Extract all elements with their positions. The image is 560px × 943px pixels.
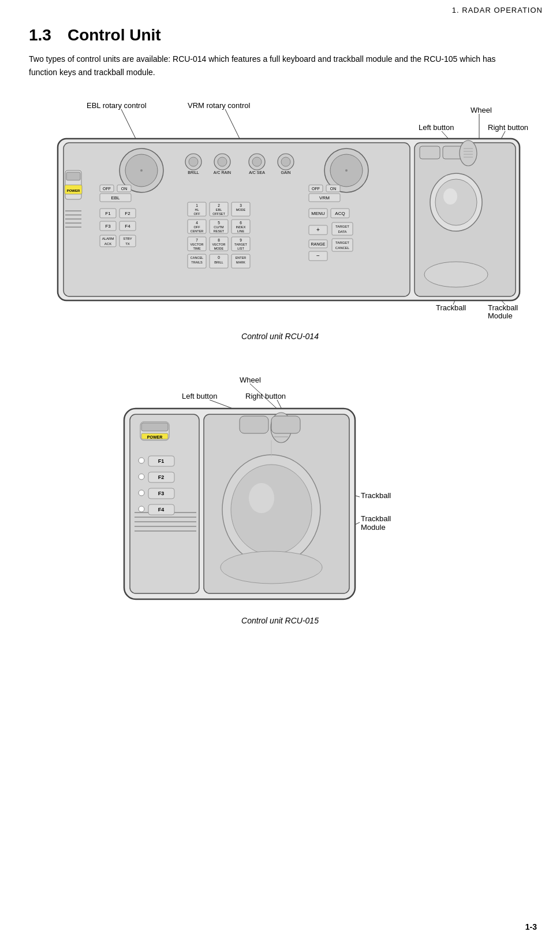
svg-text:GAIN: GAIN: [281, 170, 290, 175]
svg-text:F1: F1: [105, 211, 111, 216]
svg-text:LINE: LINE: [237, 229, 245, 233]
svg-rect-183: [240, 416, 268, 433]
svg-text:STBY: STBY: [123, 237, 132, 240]
svg-text:MODE: MODE: [236, 208, 246, 211]
svg-text:CENTER: CENTER: [191, 229, 204, 233]
svg-text:+: +: [316, 227, 320, 233]
svg-point-141: [424, 262, 488, 287]
svg-text:ON: ON: [330, 187, 337, 191]
svg-text:TARGET: TARGET: [234, 243, 248, 246]
svg-rect-19: [66, 172, 80, 180]
svg-text:Trackball: Trackball: [436, 303, 466, 312]
svg-rect-134: [420, 146, 440, 159]
svg-text:A/C RAIN: A/C RAIN: [214, 170, 231, 175]
svg-text:OFF: OFF: [194, 212, 201, 216]
svg-text:MENU: MENU: [311, 211, 325, 216]
svg-text:0: 0: [218, 255, 220, 259]
svg-text:F2: F2: [158, 474, 165, 480]
svg-text:F4: F4: [158, 507, 165, 513]
svg-text:F4: F4: [125, 224, 130, 229]
svg-text:TX: TX: [125, 242, 130, 246]
svg-text:BRILL: BRILL: [188, 170, 199, 175]
svg-text:Right button: Right button: [488, 123, 528, 132]
svg-text:2: 2: [218, 203, 220, 207]
svg-text:TARGET: TARGET: [335, 225, 349, 228]
svg-text:DATA: DATA: [338, 230, 346, 233]
svg-text:Trackball: Trackball: [361, 491, 391, 500]
svg-text:OFF: OFF: [194, 225, 201, 229]
svg-text:OFF: OFF: [312, 187, 320, 191]
svg-text:7: 7: [196, 238, 198, 242]
svg-text:INDEX: INDEX: [236, 225, 246, 229]
svg-text:Trackball: Trackball: [488, 303, 518, 312]
svg-text:F3: F3: [158, 491, 165, 496]
svg-text:Right button: Right button: [245, 392, 286, 400]
svg-text:8: 8: [218, 238, 220, 242]
svg-text:ENTER: ENTER: [236, 256, 247, 259]
svg-text:CANCEL: CANCEL: [335, 246, 350, 250]
svg-point-40: [281, 157, 290, 166]
svg-text:1: 1: [196, 203, 198, 207]
svg-point-37: [252, 157, 262, 166]
svg-text:OFFSET: OFFSET: [212, 212, 225, 216]
svg-text:ACK: ACK: [104, 242, 111, 246]
svg-text:A/C SEA: A/C SEA: [249, 170, 265, 175]
svg-text:VRM rotary control: VRM rotary control: [188, 101, 250, 110]
intro-paragraph: Two types of control units are available…: [29, 53, 508, 79]
svg-text:Wheel: Wheel: [240, 376, 261, 384]
page-number: 1-3: [525, 922, 537, 931]
svg-text:ACQ: ACQ: [335, 211, 345, 216]
svg-text:F3: F3: [105, 224, 111, 229]
svg-text:HL: HL: [195, 208, 199, 211]
svg-text:Wheel: Wheel: [471, 106, 492, 114]
svg-text:9: 9: [240, 238, 242, 242]
svg-point-136: [460, 140, 477, 166]
svg-text:POWER: POWER: [67, 189, 80, 192]
svg-text:ALARM: ALARM: [102, 237, 114, 240]
svg-text:TIME: TIME: [193, 247, 200, 250]
svg-point-188: [221, 551, 322, 584]
svg-point-171: [139, 490, 144, 496]
svg-text:Module: Module: [361, 523, 386, 532]
svg-point-165: [139, 458, 144, 463]
svg-point-186: [231, 465, 312, 555]
svg-point-168: [139, 474, 144, 480]
svg-rect-154: [130, 414, 199, 593]
svg-point-34: [218, 157, 227, 166]
section-number: 1.3: [29, 26, 51, 44]
svg-text:3: 3: [240, 203, 242, 207]
svg-point-44: [345, 169, 348, 172]
svg-text:TRAILS: TRAILS: [191, 261, 203, 264]
svg-text:EBL rotary control: EBL rotary control: [87, 101, 147, 110]
section-title: Control Unit: [68, 26, 161, 44]
svg-text:Module: Module: [488, 311, 513, 320]
svg-text:RANGE: RANGE: [311, 242, 326, 246]
svg-text:RESET: RESET: [214, 229, 225, 233]
svg-text:Trackball: Trackball: [361, 514, 391, 523]
svg-text:5: 5: [218, 221, 220, 225]
rcu014-caption: Control unit RCU-014: [241, 332, 319, 341]
svg-text:VECTOR: VECTOR: [212, 243, 226, 246]
svg-rect-184: [271, 416, 300, 433]
svg-text:−: −: [316, 253, 320, 259]
svg-point-31: [189, 157, 198, 166]
svg-point-174: [139, 506, 144, 512]
rcu015-caption: Control unit RCU-015: [241, 616, 319, 625]
svg-text:VRM: VRM: [319, 195, 330, 201]
svg-text:ON: ON: [121, 187, 128, 191]
svg-point-133: [443, 188, 457, 205]
svg-text:BRILL: BRILL: [214, 261, 223, 264]
svg-rect-157: [141, 423, 168, 431]
svg-text:EBL: EBL: [111, 195, 120, 201]
svg-text:F2: F2: [125, 211, 130, 216]
svg-text:CANCEL: CANCEL: [191, 256, 203, 259]
svg-text:6: 6: [240, 221, 242, 225]
svg-text:Left button: Left button: [182, 392, 217, 400]
svg-text:VECTOR: VECTOR: [191, 243, 204, 246]
svg-text:MARK: MARK: [236, 261, 245, 264]
page-header-text: 1. RADAR OPERATION: [452, 6, 543, 14]
svg-text:F1: F1: [158, 458, 165, 464]
svg-text:LIST: LIST: [237, 247, 244, 250]
svg-text:Left button: Left button: [419, 123, 454, 132]
svg-text:OFF: OFF: [103, 187, 111, 191]
